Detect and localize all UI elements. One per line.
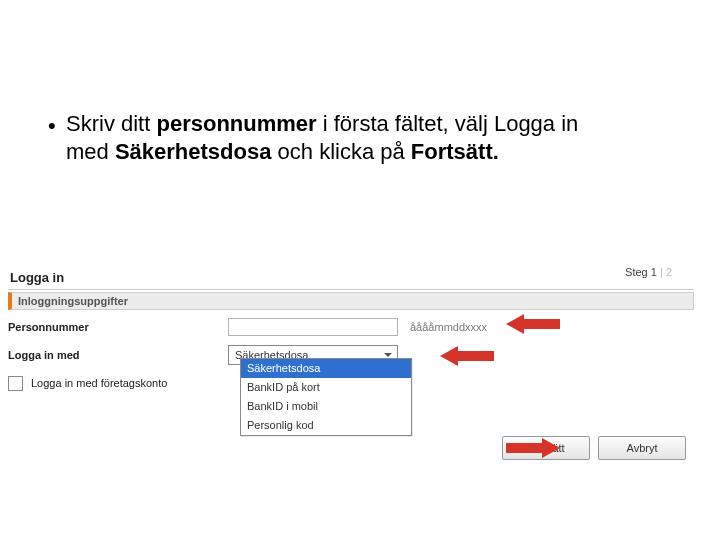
step-indicator: Steg 1 | 2 xyxy=(625,266,672,278)
cancel-button[interactable]: Avbryt xyxy=(598,436,686,460)
company-login-checkbox[interactable] xyxy=(8,376,23,391)
option-sakerhetsdosa[interactable]: Säkerhetsdosa xyxy=(241,359,411,378)
company-login-label: Logga in med företagskonto xyxy=(31,377,167,389)
login-with-label: Logga in med xyxy=(8,349,228,361)
instruction-segment: Skriv ditt xyxy=(66,111,156,136)
instruction-bold: Säkerhetsdosa xyxy=(115,139,272,164)
arrow-right-icon xyxy=(506,438,560,458)
row-personnummer: Personnummer ååååmmddxxxx xyxy=(8,316,694,338)
panel-header: Logga in xyxy=(8,270,694,289)
pn-input[interactable] xyxy=(228,318,398,336)
login-method-dropdown[interactable]: Säkerhetsdosa BankID på kort BankID i mo… xyxy=(240,358,412,436)
step-label: Steg xyxy=(625,266,648,278)
divider xyxy=(8,289,694,290)
bullet-icon: • xyxy=(48,112,56,140)
instruction-bold: personnummer xyxy=(156,111,316,136)
instruction-bold: Fortsätt. xyxy=(411,139,499,164)
pn-hint: ååååmmddxxxx xyxy=(410,321,487,333)
section-title: Inloggningsuppgifter xyxy=(8,292,694,310)
login-panel: Logga in Steg 1 | 2 Inloggningsuppgifter… xyxy=(8,270,694,400)
step-total: 2 xyxy=(666,266,672,278)
option-bankid-kort[interactable]: BankID på kort xyxy=(241,378,411,397)
step-current: 1 xyxy=(651,266,657,278)
option-personlig-kod[interactable]: Personlig kod xyxy=(241,416,411,435)
arrow-left-icon xyxy=(506,314,560,334)
instruction-segment: och klicka på xyxy=(271,139,410,164)
arrow-left-icon xyxy=(440,346,494,366)
pn-label: Personnummer xyxy=(8,321,228,333)
instruction-text: • Skriv ditt personnummer i första fälte… xyxy=(66,110,626,165)
option-bankid-mobil[interactable]: BankID i mobil xyxy=(241,397,411,416)
